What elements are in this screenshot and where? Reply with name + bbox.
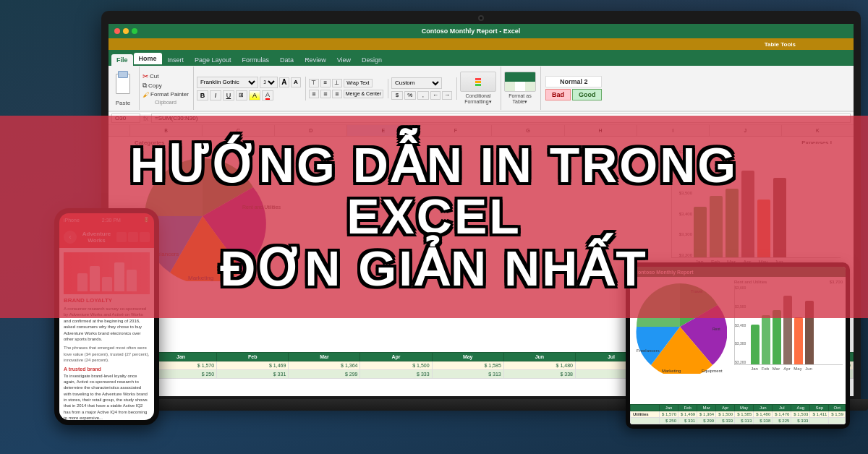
clipboard-section: ✂ Cut ⧉ Copy 🖌 Format Painter Clipboard [142,67,194,110]
t-util-may: $ 1,585 [735,411,754,418]
paste-section: Paste [111,67,140,110]
header-apr: Apr [360,353,432,361]
cf-bar2 [475,81,481,83]
decrease-decimal-button[interactable]: → [442,91,452,100]
row2-apr: $ 333 [360,370,432,379]
border-button[interactable]: ⊞ [236,90,247,100]
t5 [515,82,525,91]
clipboard-label: Clipboard [142,100,189,105]
t-r2-jun: $ 338 [754,418,773,424]
window-title: Contoso Monthly Report - Excel [422,27,521,35]
minimize-btn[interactable] [123,28,129,34]
t4 [505,82,515,91]
decrease-font-button[interactable]: A [291,77,301,87]
font-section: Franklin Gothic 10 A A B I U ⊞ A [197,77,306,100]
excel-title-bar: Contoso Monthly Report - Excel [109,24,854,38]
italic-button[interactable]: I [210,90,221,100]
utilities-mar: $ 1,364 [289,361,360,370]
t-h-oct: Oct [829,405,846,411]
conditional-format-button[interactable] [460,72,496,92]
good-style-button[interactable]: Good [572,89,603,100]
header-jun: Jun [503,353,575,361]
number-format-select[interactable]: Custom [391,77,442,89]
tab-review[interactable]: Review [299,54,331,66]
t-util-oct: $ 1,59 [829,411,846,418]
tablet-header-row: Jan Feb Mar Apr May Jun Jul Aug Sep Oct [631,405,846,411]
tab-page-layout[interactable]: Page Layout [190,54,237,66]
align-bottom-button[interactable]: ⊥ [332,79,342,87]
merge-center-button[interactable]: Merge & Center [344,90,383,98]
header-feb: Feb [217,353,289,361]
format-as-table-label: Format asTable▾ [509,93,532,104]
bold-button[interactable]: B [197,90,208,100]
tab-home[interactable]: Home [134,53,162,66]
title-line1: HƯỚNG DẪN IN TRONG EXCEL [130,137,739,244]
tablet-rent-label: Rent [712,327,720,331]
window-controls [114,28,137,34]
t-r2-aug: $ 333 [791,418,810,424]
align-center-button[interactable]: ≡ [320,90,331,98]
tab-formulas[interactable]: Formulas [237,54,275,66]
align-right-button[interactable]: ≡ [332,90,342,98]
font-color-button[interactable]: A [262,90,273,100]
increase-decimal-button[interactable]: ← [430,91,441,100]
tab-design[interactable]: Design [357,54,387,66]
t-util-label: Utilities [631,411,660,418]
normal2-style-button[interactable]: Normal 2 [545,76,603,87]
t-h-jul: Jul [773,405,791,411]
phone-body-text: To investigate brand-level loyalty once … [64,373,150,420]
cf-icon [475,78,481,86]
font-size-select[interactable]: 10 [260,77,278,88]
copy-button[interactable]: ⧉ Copy [142,82,189,90]
wrap-text-button[interactable]: Wrap Text [344,79,373,87]
t-r2-apr: $ 333 [716,418,735,424]
format-painter-button[interactable]: 🖌 Format Painter [142,91,189,98]
tab-data[interactable]: Data [275,54,299,66]
tablet-bar-jan [751,325,760,364]
tab-insert[interactable]: Insert [163,54,190,66]
percent-button[interactable]: % [404,91,416,100]
underline-button[interactable]: U [223,90,234,100]
font-row2: B I U ⊞ A A [197,90,301,100]
align-top-button[interactable]: ⊤ [309,79,319,87]
row2-jun: $ 338 [503,370,575,379]
row2-may: $ 313 [432,370,503,379]
close-btn[interactable] [114,28,120,34]
t-x-may: May [793,367,802,371]
tablet-bar-may [794,317,803,364]
cut-button[interactable]: ✂ Cut [142,72,189,80]
tab-view[interactable]: View [332,54,356,66]
utilities-jun: $ 1,480 [503,361,575,370]
align-left-button[interactable]: ≡ [309,90,319,98]
align-middle-button[interactable]: ≡ [320,79,331,87]
comma-button[interactable]: , [417,91,429,100]
table-tools-bar: Table Tools [109,38,854,50]
t1 [505,72,515,82]
tablet-row2: $ 250 $ 331 $ 299 $ 333 $ 313 $ 338 $ 22… [631,418,846,424]
maximize-btn[interactable] [132,28,137,34]
t-h-mar: Mar [697,405,716,411]
align-row2: ≡ ≡ ≡ Merge & Center [309,90,383,98]
fill-color-button[interactable]: A [249,90,260,100]
table-preview [505,72,535,91]
alignment-section: ⊤ ≡ ⊥ Wrap Text ≡ ≡ ≡ Merge & Center [309,79,388,98]
t-h-aug: Aug [791,405,810,411]
tab-file[interactable]: File [111,54,133,66]
paste-icon [111,71,135,98]
t-r2-jan: $ 250 [660,418,678,424]
dollar-button[interactable]: $ [391,91,403,100]
utilities-feb: $ 1,469 [217,361,289,370]
main-container: Contoso Monthly Report - Excel Table Too… [0,0,868,454]
format-as-table-button[interactable] [504,72,536,92]
t-util-jan: $ 1,570 [660,411,678,418]
bad-style-button[interactable]: Bad [545,89,571,100]
t-h-label [631,405,660,411]
tablet-free-label: Freelancers [637,348,660,353]
utilities-apr: $ 1,500 [360,361,432,370]
tablet-market-label: Marketing [662,369,681,373]
t-util-aug: $ 1,503 [791,411,810,418]
increase-font-button[interactable]: A [279,77,289,87]
t-r2-jul: $ 225 [773,418,791,424]
font-select[interactable]: Franklin Gothic [197,77,258,88]
t-r2-feb: $ 331 [678,418,697,424]
